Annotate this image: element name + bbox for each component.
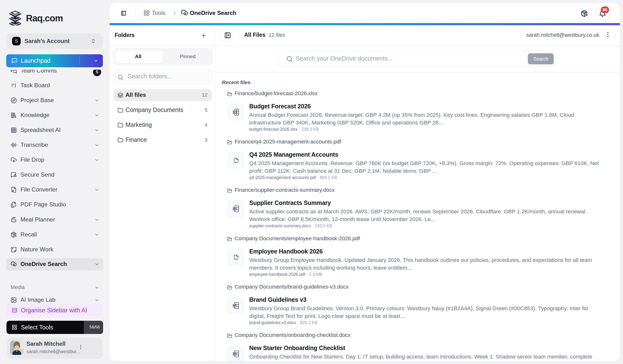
svg-text:PDF: PDF (234, 258, 238, 260)
svg-text:PDF: PDF (234, 161, 238, 164)
